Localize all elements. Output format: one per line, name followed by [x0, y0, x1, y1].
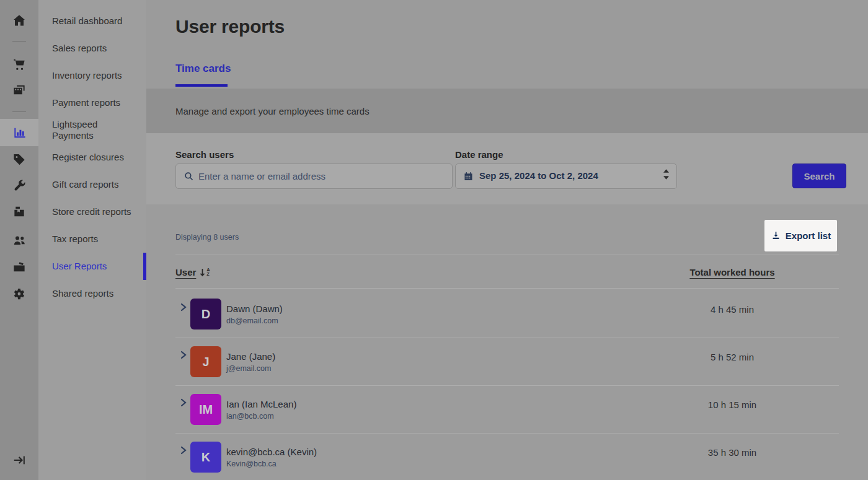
- avatar: IM: [190, 394, 221, 425]
- divider: [175, 288, 839, 289]
- tag-icon[interactable]: [12, 152, 27, 167]
- export-list-label: Export list: [786, 230, 831, 241]
- search-input[interactable]: [198, 164, 446, 188]
- table-row[interactable]: D Dawn (Dawn) db@email.com 4 h 45 min: [175, 290, 839, 338]
- user-name: Ian (Ian McLean): [226, 399, 296, 409]
- rail-divider: [12, 41, 26, 41]
- export-list-button[interactable]: Export list: [764, 220, 837, 251]
- download-icon: [771, 230, 781, 241]
- total-worked-hours: 4 h 45 min: [680, 304, 785, 315]
- sidebar-item-register-closures[interactable]: Register closures: [38, 144, 146, 171]
- sidebar-item-label: Store credit reports: [52, 206, 131, 217]
- sidebar-item-label: User Reports: [52, 261, 107, 272]
- sidebar-item-shared-reports[interactable]: Shared reports: [38, 280, 146, 307]
- sidebar-item-label: Gift card reports: [52, 179, 119, 190]
- sidebar-item-label: Inventory reports: [52, 70, 122, 81]
- rail-divider: [12, 111, 26, 112]
- sidebar-item-gift-card-reports[interactable]: Gift card reports: [38, 171, 146, 198]
- user-rows: D Dawn (Dawn) db@email.com 4 h 45 min J …: [175, 290, 839, 480]
- search-icon: [184, 171, 194, 184]
- user-email: ian@bcb.com: [226, 412, 274, 421]
- sidebar-item-label: Payment reports: [52, 97, 120, 108]
- total-worked-hours: 35 h 30 min: [680, 447, 785, 458]
- register-icon[interactable]: [12, 83, 27, 97]
- sidebar-item-label: Register closures: [52, 152, 124, 163]
- sidebar-item-lightspeed-payments[interactable]: Lightspeed Payments: [38, 116, 146, 144]
- sidebar-item-label: Sales reports: [52, 43, 107, 54]
- chevron-right-icon[interactable]: [180, 303, 187, 314]
- sidebar-item-label: Retail dashboard: [52, 15, 122, 27]
- reports-icon[interactable]: [12, 126, 27, 140]
- sidebar-item-label: Lightspeed Payments: [52, 119, 140, 141]
- stepper-down-icon: [663, 176, 669, 180]
- date-range-field[interactable]: Sep 25, 2024 to Oct 2, 2024: [455, 164, 677, 189]
- total-worked-hours: 10 h 15 min: [680, 399, 785, 410]
- user-name: kevin@bcb.ca (Kevin): [226, 447, 317, 457]
- table-row[interactable]: J Jane (Jane) j@email.com 5 h 52 min: [175, 338, 839, 386]
- tab-time-cards[interactable]: Time cards: [175, 63, 231, 75]
- search-users-field[interactable]: [175, 164, 453, 189]
- avatar: D: [190, 299, 221, 329]
- filter-bar: Search users Date range Sep 25, 2024 to …: [146, 133, 868, 204]
- sidebar-item-payment-reports[interactable]: Payment reports: [38, 89, 146, 116]
- sidebar-item-retail-dashboard[interactable]: Retail dashboard: [38, 7, 146, 35]
- divider: [175, 255, 839, 255]
- package-icon[interactable]: [12, 204, 27, 219]
- home-icon[interactable]: [12, 13, 27, 28]
- table-row[interactable]: IM Ian (Ian McLean) ian@bcb.com 10 h 15 …: [175, 386, 839, 434]
- column-header-user[interactable]: User: [175, 267, 196, 277]
- briefcase-icon[interactable]: [12, 260, 27, 274]
- results-summary: Displaying 8 users: [175, 233, 239, 242]
- sidebar-item-user-reports[interactable]: User Reports: [38, 253, 146, 280]
- date-range-value: Sep 25, 2024 to Oct 2, 2024: [479, 170, 598, 181]
- sidebar-item-label: Tax reports: [52, 233, 98, 245]
- time-cards-list: Displaying 8 users Export list User AZ T…: [146, 204, 868, 480]
- chevron-right-icon[interactable]: [180, 398, 187, 409]
- chevron-right-icon[interactable]: [180, 351, 187, 362]
- gear-icon[interactable]: [12, 287, 27, 301]
- chevron-right-icon[interactable]: [180, 446, 187, 457]
- user-email: db@email.com: [226, 316, 278, 325]
- date-stepper[interactable]: [663, 169, 669, 180]
- cart-icon[interactable]: [12, 57, 27, 71]
- sidebar-item-inventory-reports[interactable]: Inventory reports: [38, 62, 146, 89]
- user-name: Jane (Jane): [226, 351, 275, 362]
- page-title: User reports: [175, 16, 285, 37]
- user-email: j@email.com: [226, 364, 271, 373]
- sidebar-item-label: Shared reports: [52, 288, 113, 299]
- user-email: Kevin@bcb.ca: [226, 460, 277, 468]
- search-button[interactable]: Search: [792, 164, 846, 188]
- calendar-icon: [463, 171, 474, 184]
- user-name: Dawn (Dawn): [226, 303, 283, 314]
- icon-rail: [0, 0, 38, 480]
- collapse-sidebar-icon[interactable]: [12, 453, 26, 467]
- main-content: User reports Time cards Manage and expor…: [146, 0, 868, 480]
- stepper-up-icon: [663, 169, 669, 173]
- sidebar-item-store-credit-reports[interactable]: Store credit reports: [38, 198, 146, 225]
- tab-active-underline: [175, 84, 228, 87]
- table-row[interactable]: K kevin@bcb.ca (Kevin) Kevin@bcb.ca 35 h…: [175, 434, 839, 480]
- sidebar-item-tax-reports[interactable]: Tax reports: [38, 225, 146, 253]
- wrench-icon[interactable]: [12, 178, 27, 193]
- sort-alphabetical-icon[interactable]: AZ: [199, 268, 210, 277]
- avatar: K: [190, 442, 221, 473]
- report-nav: Retail dashboard Sales reports Inventory…: [38, 0, 146, 480]
- sidebar-item-sales-reports[interactable]: Sales reports: [38, 35, 146, 62]
- search-users-label: Search users: [175, 149, 234, 160]
- page-description: Manage and export your employees time ca…: [146, 89, 868, 133]
- column-header-hours[interactable]: Total worked hours: [680, 267, 785, 277]
- avatar: J: [190, 346, 221, 377]
- app-window: Retail dashboard Sales reports Inventory…: [0, 0, 868, 480]
- date-range-label: Date range: [455, 149, 503, 160]
- total-worked-hours: 5 h 52 min: [680, 352, 785, 362]
- users-icon[interactable]: [12, 233, 27, 248]
